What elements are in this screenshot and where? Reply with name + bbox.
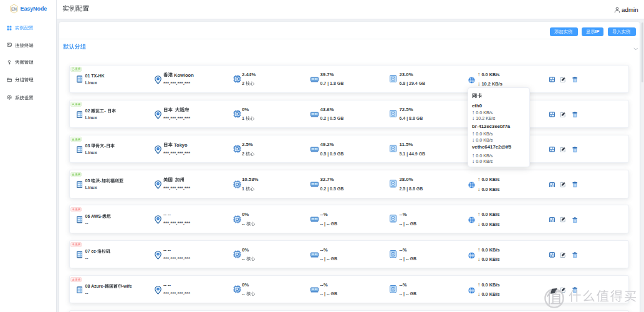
svg-text:EN: EN [11,7,17,11]
